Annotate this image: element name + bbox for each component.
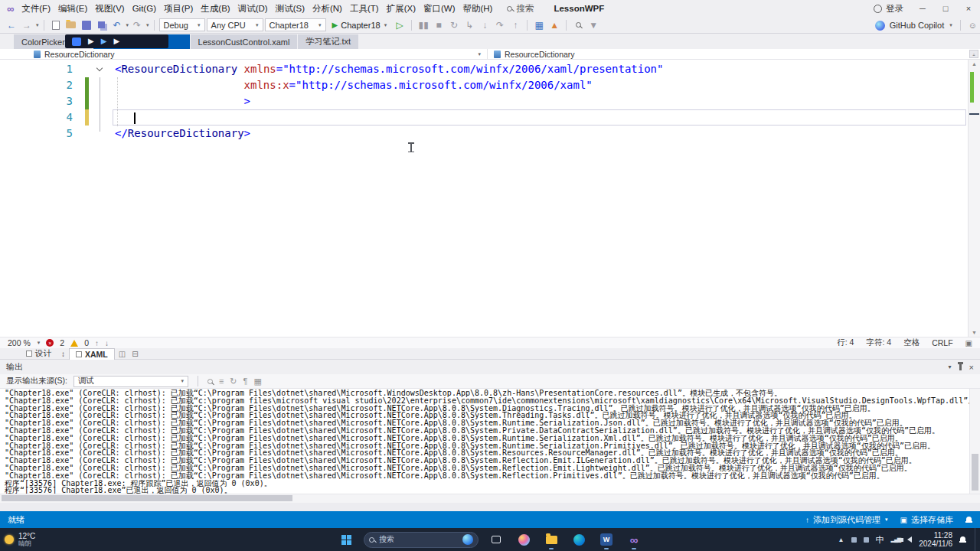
menu-item[interactable]: 扩展(X) xyxy=(383,1,420,17)
document-tab[interactable]: 学习笔记.txt xyxy=(298,34,358,49)
document-tab[interactable]: LessonCustControl.xaml xyxy=(191,34,298,49)
navbar-type-dropdown[interactable]: ResourceDictionary ▾ xyxy=(0,49,488,59)
code-editor[interactable]: 1<ResourceDictionary xmlns="http://schem… xyxy=(0,60,980,337)
navbar-member-dropdown[interactable]: ResourceDictionary ▾ xyxy=(488,49,980,59)
navigate-back-icon[interactable]: ← xyxy=(5,18,18,32)
new-file-icon[interactable] xyxy=(49,18,63,32)
menu-item[interactable]: 文件(F) xyxy=(18,1,54,17)
output-source-dropdown[interactable]: 调试 ▾ xyxy=(74,376,188,387)
visual-studio-button[interactable]: ∞ xyxy=(624,530,644,549)
output-vertical-scrollbar[interactable] xyxy=(969,389,980,494)
notification-center-icon[interactable] xyxy=(959,536,966,543)
zoom-level[interactable]: 200 % xyxy=(8,338,31,347)
sign-in-button[interactable]: 登录 xyxy=(874,3,903,15)
step-over-icon[interactable]: ↷ xyxy=(493,18,507,32)
previous-issue-icon[interactable]: ↑ xyxy=(95,339,99,347)
fold-margin[interactable] xyxy=(93,61,106,77)
code-line[interactable]: 3 > xyxy=(0,93,980,109)
window-position-icon[interactable]: ▾ xyxy=(949,364,952,370)
vertical-split-icon[interactable]: ◫ xyxy=(116,350,128,358)
speaker-icon[interactable] xyxy=(907,536,912,543)
split-editor-button[interactable]: ▵ xyxy=(969,50,978,58)
find-message-icon[interactable] xyxy=(207,377,213,386)
menu-item[interactable]: 项目(P) xyxy=(160,1,197,17)
task-view-button[interactable] xyxy=(486,530,506,549)
video-player-overlay[interactable]: ▶ ▶ ▶ xyxy=(65,34,168,48)
menu-item[interactable]: 调试(D) xyxy=(234,1,272,17)
copilot-label[interactable]: GitHub Copilot xyxy=(890,21,945,30)
undo-icon[interactable]: ↶ xyxy=(110,18,124,32)
editor-health-icon[interactable]: ▣ xyxy=(965,339,972,347)
hot-reload-icon[interactable]: ▲ xyxy=(547,18,561,32)
save-icon[interactable] xyxy=(80,18,93,32)
word-wrap-icon[interactable]: ¶ xyxy=(243,377,248,386)
scroll-down-icon[interactable]: ▼ xyxy=(969,330,980,335)
live-visual-tree-icon[interactable]: ▦ xyxy=(532,18,546,32)
play-icon[interactable]: ▶ xyxy=(101,37,107,45)
messages-list-icon[interactable]: ≡ xyxy=(219,377,224,386)
editor-scrollbar[interactable]: ▲ ▼ xyxy=(968,60,980,337)
minimize-button[interactable]: ─ xyxy=(911,0,934,17)
menu-item[interactable]: 窗口(W) xyxy=(420,1,459,17)
collapse-region-icon[interactable] xyxy=(96,64,103,70)
file-explorer-button[interactable] xyxy=(541,530,561,549)
design-tab[interactable]: 设计 xyxy=(20,348,57,360)
next-issue-icon[interactable]: ↓ xyxy=(105,339,109,347)
code-line[interactable]: 2 xmlns:x="http://schemas.microsoft.com/… xyxy=(0,77,980,93)
pin-icon[interactable] xyxy=(959,364,962,370)
add-to-source-control-button[interactable]: ↑ 添加到源代码管理 ▾ xyxy=(805,514,888,526)
taskbar-search[interactable]: 搜索 xyxy=(364,532,479,548)
edge-button[interactable] xyxy=(569,530,589,549)
open-file-icon[interactable] xyxy=(64,18,78,32)
step-out-icon[interactable]: ↑ xyxy=(508,18,522,32)
bookmark-icon[interactable]: ▼ xyxy=(586,18,600,32)
tray-chevron-icon[interactable]: ▲ xyxy=(838,536,844,543)
code-line[interactable]: 4 xyxy=(0,109,980,126)
menu-item[interactable]: 生成(B) xyxy=(197,1,234,17)
startup-project-dropdown[interactable]: Chapter18▾ xyxy=(265,18,326,31)
menu-item[interactable]: 分析(N) xyxy=(309,1,346,17)
restart-icon[interactable]: ↻ xyxy=(447,18,461,32)
toggle-autoscroll-icon[interactable]: ▦ xyxy=(253,377,261,386)
find-in-files-icon[interactable] xyxy=(571,18,585,32)
break-all-icon[interactable]: ▮▮ xyxy=(416,18,430,32)
menu-item[interactable]: 测试(S) xyxy=(272,1,309,17)
menu-item[interactable]: 视图(V) xyxy=(91,1,128,17)
play-icon[interactable]: ▶ xyxy=(88,37,94,45)
clear-all-icon[interactable]: ↻ xyxy=(230,377,237,386)
send-feedback-icon[interactable]: ☺ xyxy=(969,21,977,30)
start-without-debugging-icon[interactable]: ▷ xyxy=(393,18,407,32)
start-debugging-button[interactable]: ▶ Chapter18 ▾ xyxy=(328,18,392,32)
warning-count[interactable]: 0 xyxy=(84,338,89,347)
network-icon[interactable]: ▂▄▆ xyxy=(891,536,901,543)
tray-app-icon[interactable] xyxy=(851,537,857,543)
platform-dropdown[interactable]: Any CPU▾ xyxy=(207,18,263,31)
show-desktop-button[interactable] xyxy=(975,528,977,551)
line-ending-indicator[interactable]: CRLF xyxy=(932,338,952,347)
close-button[interactable]: × xyxy=(957,0,980,17)
menu-item[interactable]: 编辑(E) xyxy=(54,1,91,17)
redo-icon[interactable]: ↷ xyxy=(130,18,144,32)
quick-search[interactable]: 搜索 xyxy=(507,3,534,15)
play-icon[interactable]: ▶ xyxy=(113,37,119,45)
error-count[interactable]: 2 xyxy=(60,338,64,347)
navigation-dropdown-icon[interactable]: ▾ xyxy=(36,22,39,28)
show-next-statement-icon[interactable]: ↳ xyxy=(462,18,476,32)
output-content[interactable]: "Chapter18.exe" (CoreCLR: clrhost): 已加载“… xyxy=(0,389,980,494)
menu-item[interactable]: Git(G) xyxy=(129,2,160,15)
menu-item[interactable]: 工具(T) xyxy=(346,1,383,17)
save-all-icon[interactable] xyxy=(95,18,109,32)
indentation-indicator[interactable]: 空格 xyxy=(903,337,920,348)
menu-item[interactable]: 帮助(H) xyxy=(459,1,496,17)
select-repository-button[interactable]: ▣ 选择存储库 xyxy=(900,514,953,526)
code-line[interactable]: 5</ResourceDictionary> xyxy=(0,126,980,142)
horizontal-split-icon[interactable]: ⊟ xyxy=(129,350,140,358)
xaml-tab[interactable]: XAML xyxy=(69,348,115,360)
copilot-button[interactable] xyxy=(514,530,534,549)
scroll-up-icon[interactable]: ▲ xyxy=(969,61,980,67)
step-into-icon[interactable]: ↓ xyxy=(478,18,492,32)
maximize-button[interactable]: □ xyxy=(934,0,957,17)
configuration-dropdown[interactable]: Debug▾ xyxy=(159,18,205,31)
ime-indicator[interactable]: 中 xyxy=(876,534,884,546)
stop-debugging-icon[interactable]: ■ xyxy=(432,18,446,32)
